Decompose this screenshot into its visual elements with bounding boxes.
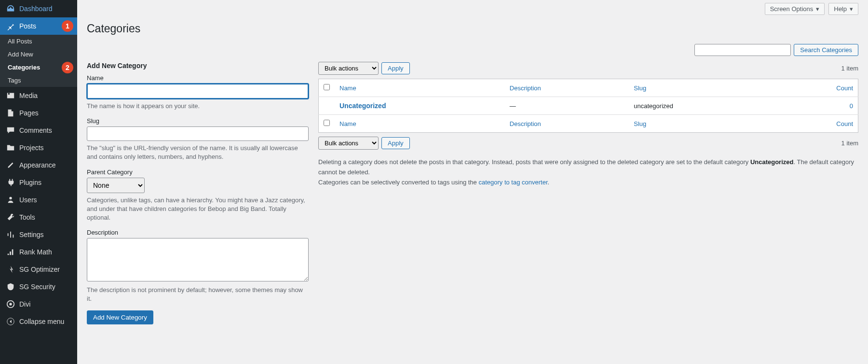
posts-submenu: All Posts Add New Categories 2 Tags (0, 35, 77, 87)
admin-sidebar: Dashboard Posts 1 All Posts Add New Cate… (0, 0, 77, 364)
sidebar-label: Pages (19, 109, 39, 117)
sidebar-label: Collapse menu (19, 318, 64, 325)
screen-options-button[interactable]: Screen Options ▾ (765, 3, 825, 15)
parent-field-wrap: Parent Category None Categories, unlike … (87, 168, 309, 223)
sidebar-label: Projects (19, 144, 44, 152)
sidebar-item-sgsecurity[interactable]: SG Security (0, 278, 77, 295)
top-bar: Screen Options ▾ Help ▾ (87, 0, 858, 18)
sidebar-item-collapse[interactable]: Collapse menu (0, 313, 77, 330)
desc-help: The description is not prominent by defa… (87, 286, 309, 303)
pushpin-icon (6, 21, 15, 31)
sgoptimizer-icon (6, 265, 15, 274)
col-count-footer[interactable]: Count (836, 120, 853, 127)
col-desc-footer[interactable]: Description (510, 120, 541, 127)
tools-icon (6, 212, 15, 222)
sidebar-label: Rank Math (19, 248, 52, 256)
sidebar-label: SG Optimizer (19, 266, 60, 273)
chevron-down-icon: ▾ (816, 5, 819, 13)
note-text: Categories can be selectively converted … (318, 179, 478, 186)
desc-label: Description (87, 229, 309, 236)
sidebar-item-posts[interactable]: Posts 1 (0, 17, 77, 35)
sidebar-item-media[interactable]: Media (0, 87, 77, 104)
desc-field-wrap: Description The description is not promi… (87, 229, 309, 303)
row-name-link[interactable]: Uncategorized (339, 102, 386, 110)
col-desc-header[interactable]: Description (510, 84, 541, 92)
rankmath-icon (6, 247, 15, 257)
help-label: Help (834, 5, 847, 13)
row-desc: — (505, 97, 629, 115)
submenu-tags[interactable]: Tags (0, 74, 77, 87)
col-slug-header[interactable]: Slug (634, 84, 646, 92)
sgsecurity-icon (6, 282, 15, 292)
form-heading: Add New Category (87, 62, 309, 70)
sidebar-label: Plugins (19, 179, 41, 186)
tag-converter-link[interactable]: category to tag converter (478, 179, 547, 186)
sidebar-item-tools[interactable]: Tools (0, 209, 77, 226)
search-input[interactable] (694, 44, 791, 56)
sidebar-item-rankmath[interactable]: Rank Math (0, 243, 77, 261)
row-slug: uncategorized (629, 97, 777, 115)
desc-textarea[interactable] (87, 238, 309, 281)
sidebar-item-projects[interactable]: Projects (0, 139, 77, 156)
select-all-top[interactable] (324, 84, 330, 90)
search-bar: Search Categories (87, 44, 858, 56)
comments-icon (6, 126, 15, 135)
name-input[interactable] (87, 84, 309, 99)
sidebar-item-pages[interactable]: Pages (0, 104, 77, 122)
apply-button-top[interactable]: Apply (381, 62, 410, 74)
row-count-link[interactable]: 0 (850, 102, 853, 110)
col-count-header[interactable]: Count (836, 84, 853, 92)
projects-icon (6, 143, 15, 153)
add-category-button[interactable]: Add New Category (87, 310, 153, 324)
bulk-actions-select-top[interactable]: Bulk actions (318, 62, 379, 75)
categories-table: Name Description Slug Count Uncategorize… (318, 79, 858, 133)
note-text: . (548, 179, 550, 186)
sidebar-item-appearance[interactable]: Appearance (0, 156, 77, 174)
active-arrow (77, 22, 81, 30)
submenu-categories[interactable]: Categories 2 (0, 61, 77, 74)
sidebar-item-comments[interactable]: Comments (0, 122, 77, 139)
sidebar-item-plugins[interactable]: Plugins (0, 174, 77, 191)
col-slug-footer[interactable]: Slug (634, 120, 646, 127)
col-name-header[interactable]: Name (339, 84, 356, 92)
apply-button-bottom[interactable]: Apply (381, 137, 410, 149)
parent-select[interactable]: None (87, 178, 145, 193)
media-icon (6, 91, 15, 100)
name-field-wrap: Name The name is how it appears on your … (87, 74, 309, 111)
settings-icon (6, 230, 15, 239)
submenu-all-posts[interactable]: All Posts (0, 35, 77, 48)
bulk-actions-select-bottom[interactable]: Bulk actions (318, 137, 379, 150)
sidebar-item-users[interactable]: Users (0, 191, 77, 209)
help-button[interactable]: Help ▾ (828, 3, 858, 15)
page-title: Categories (87, 18, 858, 37)
slug-label: Slug (87, 117, 309, 125)
dashboard-icon (6, 4, 15, 14)
sidebar-label: Media (19, 92, 38, 99)
name-label: Name (87, 74, 309, 82)
sidebar-item-divi[interactable]: Divi (0, 295, 77, 313)
item-count-top: 1 item (841, 65, 858, 72)
submenu-label: Categories (8, 64, 40, 71)
svg-point-2 (9, 303, 12, 305)
svg-point-0 (9, 197, 12, 199)
sidebar-label: SG Security (19, 283, 55, 291)
select-all-bottom[interactable] (324, 120, 330, 126)
sidebar-item-sgoptimizer[interactable]: SG Optimizer (0, 261, 77, 278)
collapse-icon (6, 317, 15, 326)
sidebar-item-dashboard[interactable]: Dashboard (0, 0, 77, 17)
submenu-add-new[interactable]: Add New (0, 48, 77, 61)
add-category-form: Add New Category Name The name is how it… (87, 62, 309, 324)
search-categories-button[interactable]: Search Categories (794, 44, 858, 56)
sidebar-label: Posts (19, 22, 36, 30)
sidebar-item-settings[interactable]: Settings (0, 226, 77, 243)
col-name-footer[interactable]: Name (339, 120, 356, 127)
note-text: Deleting a category does not delete the … (318, 158, 750, 166)
categories-badge: 2 (62, 62, 73, 73)
tablenav-bottom: Bulk actions Apply 1 item (318, 137, 858, 150)
sidebar-label: Appearance (19, 161, 56, 169)
sidebar-label: Divi (19, 300, 30, 308)
users-icon (6, 195, 15, 205)
item-count-bottom: 1 item (841, 140, 858, 147)
footer-note: Deleting a category does not delete the … (318, 157, 858, 187)
slug-input[interactable] (87, 126, 309, 141)
